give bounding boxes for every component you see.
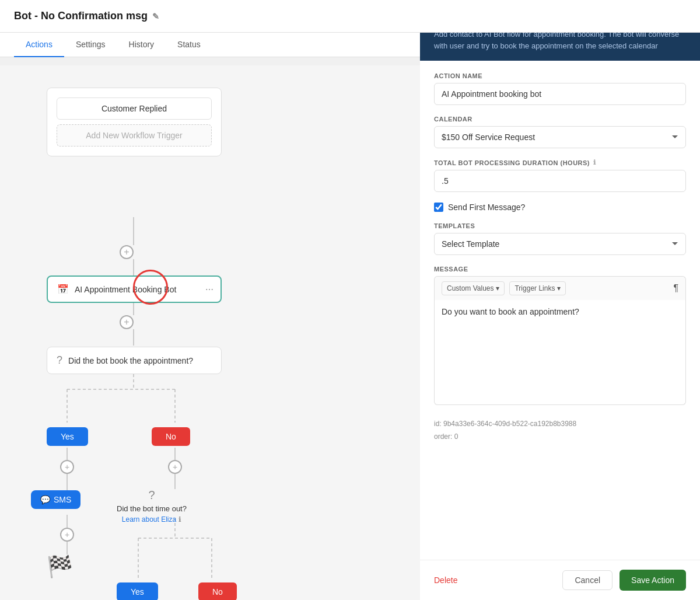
add-trigger-button[interactable]: Add New Workflow Trigger [57, 124, 212, 146]
calendar-group: CALENDAR $150 Off Service RequestGeneral… [434, 116, 686, 148]
question-node: ? Did the bot book the appointment? [47, 347, 222, 374]
send-first-label: Send First Message? [448, 203, 525, 212]
add-node-button-2[interactable]: + [120, 315, 134, 329]
edit-icon[interactable]: ✎ [152, 12, 159, 21]
info-icon: ℹ [178, 515, 181, 524]
chevron-down-icon: ▾ [496, 284, 499, 292]
meta-info: id: 9b4a33e6-364c-409d-b522-ca192b8b3988… [434, 418, 686, 443]
timeout-node: ? Did the bot time out? Learn about Eliz… [117, 489, 187, 524]
add-after-sms-button[interactable]: + [60, 528, 74, 542]
add-node-yes-button[interactable]: + [60, 460, 74, 474]
workflow-canvas: Customer Replied Add New Workflow Trigge… [0, 65, 420, 600]
message-textarea[interactable]: Do you want to book an appointment? [434, 300, 686, 405]
sms-node[interactable]: 💬 SMS [31, 490, 80, 509]
action-name-group: ACTION NAME [434, 72, 686, 105]
send-first-row: Send First Message? [434, 203, 686, 212]
meta-order: order: 0 [434, 431, 686, 444]
message-group: MESSAGE Custom Values ▾ Trigger Links ▾ … [434, 266, 686, 407]
trigger-links-dropdown[interactable]: Trigger Links ▾ [509, 281, 566, 295]
tab-settings[interactable]: Settings [64, 33, 117, 57]
customer-replied-trigger[interactable]: Customer Replied [57, 97, 212, 120]
flag-node: 🏁 [47, 554, 73, 579]
yes2-branch-button[interactable]: Yes [117, 582, 158, 600]
templates-label: TEMPLATES [434, 222, 686, 229]
delete-button[interactable]: Delete [434, 571, 457, 589]
right-panel: Add Appointment Booking Ai Bot Add conta… [420, 0, 700, 600]
title-text: Bot - No Confirmation msg [14, 10, 148, 22]
templates-group: TEMPLATES Select Template [434, 222, 686, 255]
node-menu-icon[interactable]: ⋯ [205, 285, 214, 294]
send-first-checkbox[interactable] [434, 203, 443, 212]
cancel-button[interactable]: Cancel [562, 570, 612, 590]
custom-values-dropdown[interactable]: Custom Values ▾ [442, 281, 505, 295]
yes-branch-button[interactable]: Yes [47, 427, 88, 446]
save-action-button[interactable]: Save Action [620, 570, 686, 591]
add-node-no-button[interactable]: + [168, 460, 182, 474]
trigger-box: Customer Replied Add New Workflow Trigge… [47, 88, 222, 156]
timeout-icon: ? [148, 489, 155, 502]
action-name-label: ACTION NAME [434, 72, 686, 79]
panel-body: ACTION NAME CALENDAR $150 Off Service Re… [420, 61, 700, 560]
app-header: Bot - No Confirmation msg ✎ [0, 0, 700, 33]
message-toolbar: Custom Values ▾ Trigger Links ▾ ¶ [434, 276, 686, 300]
action-name-input[interactable] [434, 83, 686, 105]
duration-label: TOTAL BOT PROCESSING DURATION (HOURS) ℹ [434, 159, 686, 166]
tab-status[interactable]: Status [166, 33, 212, 57]
paragraph-icon[interactable]: ¶ [673, 283, 678, 294]
no2-branch-button[interactable]: No [198, 582, 237, 600]
duration-group: TOTAL BOT PROCESSING DURATION (HOURS) ℹ [434, 159, 686, 192]
calendar-select[interactable]: $150 Off Service RequestGeneral Appointm… [434, 126, 686, 148]
duration-info-icon: ℹ [593, 159, 596, 166]
no-branch-button[interactable]: No [152, 427, 190, 446]
meta-id: id: 9b4a33e6-364c-409d-b522-ca192b8b3988 [434, 418, 686, 431]
tab-history[interactable]: History [117, 33, 166, 57]
add-node-button-1[interactable]: + [120, 245, 134, 259]
learn-eliza-link[interactable]: Learn about Eliza [122, 515, 176, 524]
duration-input[interactable] [434, 170, 686, 192]
calendar-label: CALENDAR [434, 116, 686, 123]
question-icon: ? [57, 354, 62, 367]
panel-footer: Delete Cancel Save Action [420, 560, 700, 600]
templates-select[interactable]: Select Template [434, 233, 686, 255]
sms-icon: 💬 [40, 495, 50, 504]
bot-node[interactable]: 📅 AI Appointment Booking Bot ⋯ [47, 275, 222, 303]
message-label: MESSAGE [434, 266, 686, 273]
chevron-down-icon-2: ▾ [557, 284, 561, 292]
bot-icon: 📅 [57, 284, 69, 295]
tab-actions[interactable]: Actions [14, 33, 64, 57]
page-title: Bot - No Confirmation msg ✎ [14, 10, 159, 22]
